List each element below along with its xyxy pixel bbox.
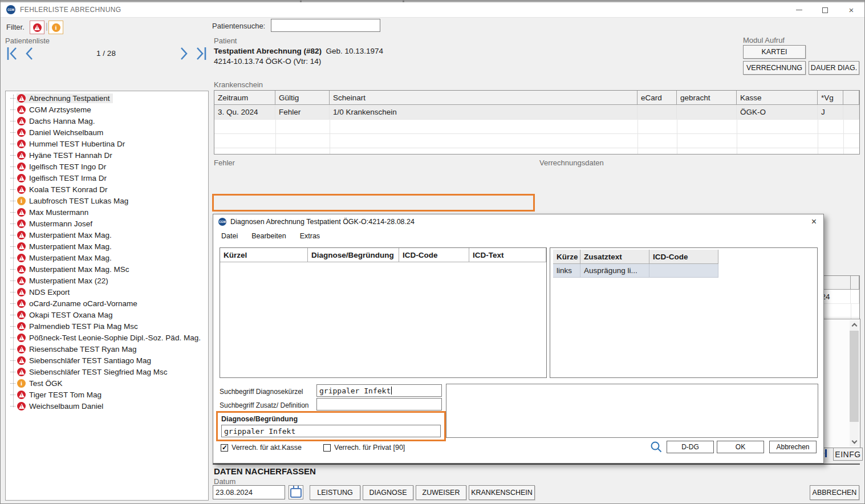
- checkbox-row[interactable]: Verrech. für akt.Kasse: [221, 444, 302, 452]
- patient-list-item[interactable]: Hyäne TEST Hannah Dr: [6, 149, 208, 161]
- col-kuerzel[interactable]: Kürzel: [220, 248, 308, 262]
- patient-list-item[interactable]: Riesenschabe TEST Ryan Mag: [6, 343, 208, 355]
- patient-search-input[interactable]: [271, 19, 380, 32]
- patient-list-item[interactable]: Hummel TEST Hubertina Dr: [6, 138, 208, 149]
- zuweiser-button[interactable]: ZUWEISER: [416, 485, 466, 500]
- patient-row[interactable]: Musterpatient Max (22): [17, 276, 111, 286]
- patient-row[interactable]: Siebenschläfer TEST Siegfried Mag Msc: [17, 367, 170, 377]
- menu-bearbeiten[interactable]: Bearbeiten: [251, 232, 286, 240]
- patient-row[interactable]: NDS Export: [17, 287, 72, 297]
- patient-list-item[interactable]: Weichselbaum Daniel: [6, 400, 208, 412]
- patient-list-item[interactable]: Musterpatient Max Mag.: [6, 241, 208, 252]
- calendar-button[interactable]: [289, 485, 303, 499]
- checkbox[interactable]: [221, 444, 228, 452]
- menu-datei[interactable]: Datei: [221, 232, 238, 240]
- patient-list-item[interactable]: Musterpatient Max (22): [6, 275, 208, 286]
- patient-row[interactable]: Dachs Hanna Mag.: [17, 116, 98, 126]
- abbrechen-button[interactable]: ABBRECHEN: [810, 485, 859, 500]
- scroll-up-button[interactable]: [850, 320, 859, 330]
- patient-list-item[interactable]: CGM Arztsysteme: [6, 104, 208, 115]
- patient-row[interactable]: Riesenschabe TEST Ryan Mag: [17, 344, 140, 354]
- filter-alert-button[interactable]: [30, 21, 44, 34]
- minimize-button[interactable]: [786, 2, 812, 18]
- patient-list-item[interactable]: NDS Export: [6, 286, 208, 298]
- dauer-diag-button[interactable]: DAUER DIAG.: [809, 61, 859, 75]
- dialog-close-button[interactable]: ×: [811, 217, 817, 227]
- abbrechen-dialog-button[interactable]: Abbrechen: [769, 441, 817, 453]
- patient-list-item[interactable]: Dachs Hanna Mag.: [6, 115, 208, 127]
- patient-list-item[interactable]: Laubfrosch TEST Lukas Mag: [6, 195, 208, 206]
- diagnose-button[interactable]: DIAGNOSE: [363, 485, 413, 500]
- patient-row[interactable]: Musterpatient Max Mag.: [17, 253, 115, 263]
- patient-list-item[interactable]: Koala TEST Konrad Dr: [6, 184, 208, 195]
- col-zusatztext[interactable]: Zusatztext: [580, 250, 649, 263]
- patient-list-item[interactable]: Igelfisch TEST Irma Dr: [6, 172, 208, 184]
- patient-row[interactable]: Hummel TEST Hubertina Dr: [17, 139, 128, 149]
- patient-list-item[interactable]: Daniel Weichselbaum: [6, 127, 208, 138]
- maximize-button[interactable]: [812, 2, 838, 18]
- col-icd-text[interactable]: ICD-Text: [469, 248, 546, 262]
- verrechnung-button[interactable]: VERRECHNUNG: [743, 61, 806, 75]
- col-icd-code[interactable]: ICD-Code: [399, 248, 469, 262]
- suchbegriff-zusatz-input[interactable]: [316, 398, 442, 410]
- patient-row[interactable]: Hyäne TEST Hannah Dr: [17, 151, 115, 160]
- patient-row[interactable]: Abrechnung Testpatient: [17, 94, 113, 103]
- patient-list-item[interactable]: Abrechnung Testpatient: [6, 92, 208, 104]
- patient-list-item[interactable]: Max Mustermann: [6, 206, 208, 218]
- ok-button[interactable]: OK: [717, 441, 764, 453]
- vertical-scrollbar[interactable]: [850, 320, 859, 446]
- patient-list-item[interactable]: Siebenschläfer TEST Siegfried Mag Msc: [6, 366, 208, 377]
- scroll-down-button[interactable]: [850, 437, 859, 446]
- nav-first-button[interactable]: [6, 46, 19, 61]
- menu-extras[interactable]: Extras: [300, 232, 320, 240]
- search-button[interactable]: [650, 441, 663, 456]
- col-ecard[interactable]: eCard: [637, 91, 677, 105]
- nav-prev-button[interactable]: [23, 46, 34, 61]
- patient-row[interactable]: Daniel Weichselbaum: [17, 128, 106, 137]
- patient-row[interactable]: Max Mustermann: [17, 208, 91, 217]
- patient-list-item[interactable]: Tiger TEST Tom Mag: [6, 389, 208, 400]
- patient-row[interactable]: Mustermann Josef: [17, 219, 95, 229]
- col-gueltig[interactable]: Gültig: [275, 91, 330, 105]
- col-gebracht[interactable]: gebracht: [677, 91, 737, 105]
- checkbox[interactable]: [323, 444, 331, 452]
- nav-last-button[interactable]: [194, 46, 207, 61]
- patient-row[interactable]: Musterpatient Max Mag.: [17, 242, 115, 251]
- leistung-button[interactable]: LEISTUNG: [310, 485, 360, 500]
- datum-input[interactable]: 23.08.2024: [213, 485, 285, 499]
- patient-row[interactable]: CGM Arztsysteme: [17, 105, 94, 115]
- close-button[interactable]: ×: [838, 2, 864, 18]
- nav-next-button[interactable]: [180, 46, 190, 61]
- patient-list-item[interactable]: Igelfisch TEST Ingo Dr: [6, 161, 208, 172]
- patient-row[interactable]: Koala TEST Konrad Dr: [17, 185, 111, 194]
- patient-row[interactable]: oCard-Zuname oCard-Vorname: [17, 299, 140, 308]
- patient-list-item[interactable]: Musterpatient Max Mag.: [6, 229, 208, 241]
- patient-row[interactable]: Pößneck-Test Leonie-Sophie Dipl.-Soz. Pä…: [17, 333, 204, 343]
- patient-row[interactable]: Okapi TEST Oxana Mag: [17, 310, 116, 320]
- patient-list-item[interactable]: Okapi TEST Oxana Mag: [6, 309, 208, 320]
- patient-row[interactable]: Weichselbaum Daniel: [17, 401, 106, 411]
- scroll-thumb[interactable]: [850, 331, 859, 422]
- patient-row[interactable]: Tiger TEST Tom Mag: [17, 390, 104, 400]
- result-list-box[interactable]: [446, 384, 818, 438]
- patient-list-item[interactable]: Test ÖGK: [6, 377, 208, 389]
- patient-list-item[interactable]: oCard-Zuname oCard-Vorname: [6, 298, 208, 309]
- col-diagnose[interactable]: Diagnose/Begründung: [308, 248, 399, 262]
- patient-list-item[interactable]: Pößneck-Test Leonie-Sophie Dipl.-Soz. Pä…: [6, 332, 208, 343]
- filter-info-button[interactable]: [48, 21, 63, 34]
- col-kuerze[interactable]: Kürze: [553, 250, 580, 263]
- patient-list-item[interactable]: Mustermann Josef: [6, 218, 208, 229]
- patient-list-item[interactable]: Musterpatient Max Mag.: [6, 252, 208, 263]
- col-kasse[interactable]: Kasse: [737, 91, 818, 105]
- patient-row[interactable]: Igelfisch TEST Ingo Dr: [17, 162, 109, 172]
- patient-row[interactable]: Test ÖGK: [17, 379, 66, 388]
- patient-list-item[interactable]: Musterpatient Max Mag. MSc: [6, 263, 208, 275]
- patient-row[interactable]: Igelfisch TEST Irma Dr: [17, 173, 109, 183]
- col-zeitraum[interactable]: Zeitraum: [214, 91, 275, 105]
- patient-row[interactable]: Musterpatient Max Mag.: [17, 230, 115, 240]
- patient-row[interactable]: Musterpatient Max Mag. MSc: [17, 265, 132, 274]
- patient-row[interactable]: Laubfrosch TEST Lukas Mag: [17, 196, 131, 206]
- krankenschein-button[interactable]: KRANKENSCHEIN: [469, 485, 535, 500]
- col-icd-code[interactable]: ICD-Code: [649, 250, 718, 263]
- patient-row[interactable]: Siebenschläfer TEST Santiago Mag: [17, 356, 154, 365]
